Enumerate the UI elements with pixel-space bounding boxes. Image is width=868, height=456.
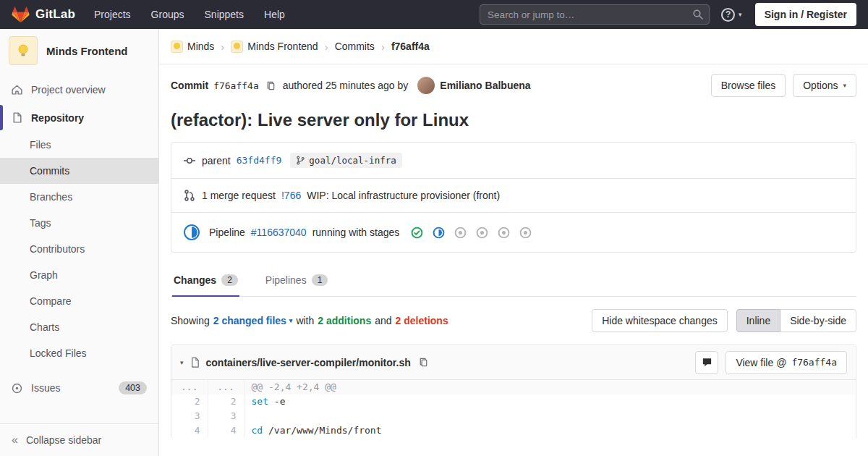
mr-link[interactable]: !766 [281,190,301,201]
breadcrumb-label: Minds Frontend [247,41,318,52]
breadcrumb: Minds›Minds Frontend›Commits›f76aff4a [159,29,868,64]
pipeline-running-icon[interactable] [183,224,200,241]
sidebar-item-label: Issues [31,382,60,394]
sidebar-item-branches[interactable]: Branches [0,184,158,210]
caret-down-icon: ▾ [843,82,846,89]
pipeline-id-link[interactable]: #116637040 [251,227,307,238]
diff-code-row: 22set -e [171,394,856,409]
sidebar-item-locked-files[interactable]: Locked Files [0,340,158,366]
status-created-icon [476,227,488,239]
diff-file-header: ▾ containers/live-server-compiler/monito… [171,345,856,380]
chevron-down-icon: ▾ [739,11,742,18]
breadcrumb-separator-icon: › [325,41,328,53]
browse-files-button[interactable]: Browse files [711,74,786,97]
gitlab-home-link[interactable]: GitLab [12,6,75,23]
options-label: Options [803,80,838,91]
tab-pipelines[interactable]: Pipelines1 [264,264,330,296]
diff-code-row: 33 [171,409,856,423]
help-dropdown[interactable]: ? ▾ [721,8,742,22]
changed-files-label: 2 changed files [213,315,286,326]
diff-hunk-row: ......@@ -2,4 +2,4 @@ [171,380,856,394]
diff-line-content: cd /var/www/Minds/front [244,423,856,438]
view-file-label: View file @ [736,357,786,368]
commit-tabs: Changes2Pipelines1 [171,264,856,297]
diff-table: ......@@ -2,4 +2,4 @@22set -e33 44cd /va… [171,380,856,438]
search-input[interactable] [480,4,710,25]
project-avatar [9,36,38,65]
pipeline-stage-created[interactable] [454,227,467,239]
sidebar-nav: Project overview Repository FilesCommits… [0,75,158,402]
commit-title: (refactor): Live server only for Linux [171,110,856,130]
author-name-link[interactable]: Emiliano Balbuena [440,80,530,91]
changed-files-dropdown[interactable]: 2 changed files ▾ [213,315,293,326]
ref-badge[interactable]: goal/local-infra [290,153,401,168]
copy-file-path-button[interactable] [417,357,430,368]
project-mini-avatar [171,41,183,53]
diff-old-line-number[interactable]: 3 [171,409,208,423]
navbar-item-help[interactable]: Help [264,9,285,20]
commit-meta-row: Commit f76aff4a authored 25 minutes ago … [171,74,856,97]
sidebar-item-files[interactable]: Files [0,132,158,158]
copy-icon [265,80,276,91]
deletions-count: 2 deletions [396,315,448,326]
diff-old-line-number[interactable]: ... [171,380,208,394]
sidebar-item-project-overview[interactable]: Project overview [0,75,158,104]
navbar-item-snippets[interactable]: Snippets [205,9,244,20]
pipeline-stage-created[interactable] [519,227,532,239]
sidebar-project-link[interactable]: Minds Frontend [0,29,158,72]
pipeline-stage-success[interactable] [411,227,423,239]
main-content: Minds›Minds Frontend›Commits›f76aff4a Co… [159,29,868,456]
project-mini-avatar [231,41,243,53]
issues-count-badge: 403 [119,381,147,394]
search-icon [692,9,704,20]
project-name: Minds Frontend [46,45,128,57]
view-file-button[interactable]: View file @ f76aff4a [726,351,847,374]
diff-new-line-number[interactable]: 4 [208,423,244,438]
sidebar-item-compare[interactable]: Compare [0,288,158,314]
top-navbar: GitLab ProjectsGroupsSnippetsHelp ? ▾ Si… [0,0,868,29]
sidebar-item-tags[interactable]: Tags [0,210,158,236]
options-dropdown-button[interactable]: Options ▾ [793,74,856,97]
parent-sha-link[interactable]: 63fd4ff9 [237,155,282,166]
view-file-sha: f76aff4a [791,357,837,368]
diff-new-line-number[interactable]: 2 [208,394,244,409]
diff-old-line-number[interactable]: 2 [171,394,208,409]
diff-new-line-number[interactable]: 3 [208,409,244,423]
inline-view-button[interactable]: Inline [736,309,780,332]
status-created-icon [498,227,510,239]
hide-whitespace-button[interactable]: Hide whitespace changes [592,309,728,332]
commit-icon [183,154,196,167]
sidebar-item-charts[interactable]: Charts [0,314,158,340]
pipeline-stage-created[interactable] [476,227,488,239]
breadcrumb-item-minds[interactable]: Minds [171,41,214,53]
sign-in-button[interactable]: Sign in / Register [755,3,856,26]
pipeline-stage-created[interactable] [498,227,510,239]
diff-old-line-number[interactable]: 4 [171,423,208,438]
sidebar-item-commits[interactable]: Commits [0,158,158,184]
breadcrumb-label: Commits [335,41,375,52]
navbar-item-groups[interactable]: Groups [151,9,184,20]
branch-icon [296,156,305,165]
toggle-comments-button[interactable] [695,351,718,374]
diff-new-line-number[interactable]: ... [208,380,244,394]
collapse-sidebar-button[interactable]: « Collapse sidebar [0,423,158,456]
navbar-item-projects[interactable]: Projects [94,9,131,20]
sidebar-item-issues[interactable]: Issues 403 [0,373,158,402]
copy-sha-button[interactable] [264,80,278,91]
breadcrumb-item-minds-frontend[interactable]: Minds Frontend [231,41,318,53]
breadcrumb-current: f76aff4a [391,41,430,52]
side-by-side-view-button[interactable]: Side-by-side [780,309,856,332]
pipeline-stage-running[interactable] [433,227,445,239]
tab-changes[interactable]: Changes2 [172,264,239,296]
breadcrumb-item-commits[interactable]: Commits [335,41,375,52]
comment-icon [702,357,712,368]
sidebar-item-repository[interactable]: Repository [0,104,158,132]
collapse-diff-caret-icon[interactable]: ▾ [180,359,184,366]
sidebar-item-contributors[interactable]: Contributors [0,236,158,262]
merge-request-row: 1 merge request !766 WIP: Local infrastr… [171,179,856,213]
sidebar-item-label: Repository [31,112,84,124]
sidebar-item-graph[interactable]: Graph [0,262,158,288]
authored-text: authored 25 minutes ago by [283,80,409,91]
home-icon [11,83,23,96]
pipeline-mini-graph [411,227,532,239]
